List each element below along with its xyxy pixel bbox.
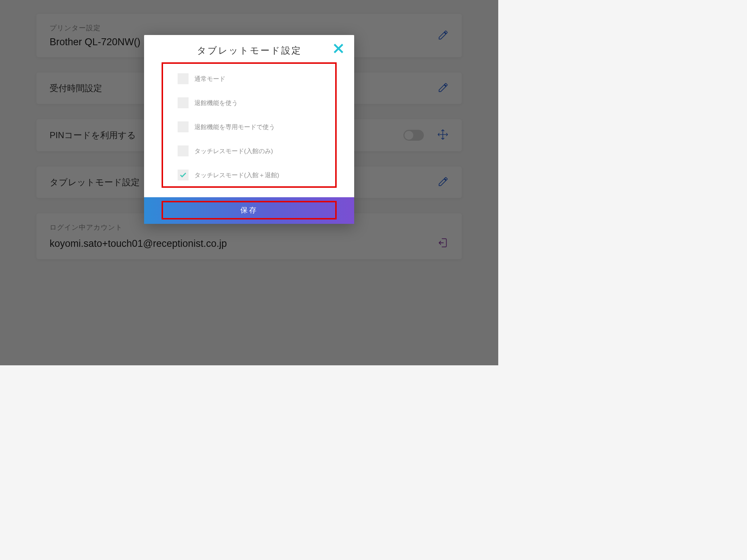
option-label: タッチレスモード(入館＋退館)	[194, 171, 279, 179]
checkbox[interactable]	[178, 145, 189, 156]
checkbox[interactable]	[178, 170, 189, 180]
save-highlight: 保存	[162, 201, 337, 219]
checkbox[interactable]	[178, 121, 189, 132]
option-normal-mode[interactable]: 通常モード	[178, 73, 321, 84]
tablet-mode-modal: タブレットモード設定 通常モード 退館機能を使う 退館機能を専用モードで使う	[144, 35, 354, 224]
option-label: 退館機能を専用モードで使う	[194, 123, 275, 131]
option-label: タッチレスモード(入館のみ)	[194, 147, 273, 155]
option-touchless-in[interactable]: タッチレスモード(入館のみ)	[178, 145, 321, 156]
options-highlight: 通常モード 退館機能を使う 退館機能を専用モードで使う タッチレスモード(入館の…	[162, 62, 337, 188]
option-touchless-inout[interactable]: タッチレスモード(入館＋退館)	[178, 170, 321, 180]
option-checkout[interactable]: 退館機能を使う	[178, 97, 321, 108]
option-label: 退館機能を使う	[194, 99, 238, 107]
option-checkout-dedicated[interactable]: 退館機能を専用モードで使う	[178, 121, 321, 132]
modal-title: タブレットモード設定	[197, 44, 302, 57]
close-icon[interactable]	[332, 42, 345, 56]
checkbox[interactable]	[178, 97, 189, 108]
save-button[interactable]: 保存	[164, 203, 334, 217]
checkbox[interactable]	[178, 73, 189, 84]
option-label: 通常モード	[194, 75, 225, 83]
modal-overlay[interactable]: タブレットモード設定 通常モード 退館機能を使う 退館機能を専用モードで使う	[0, 0, 498, 365]
